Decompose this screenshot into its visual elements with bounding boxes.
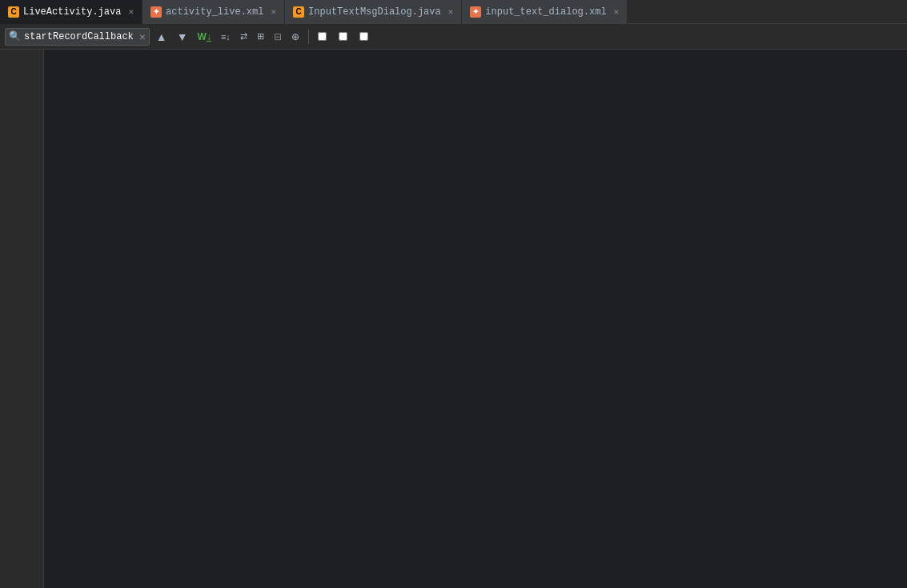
search-separator-1 (308, 30, 309, 44)
search-next-button[interactable]: ▼ (174, 29, 191, 45)
match-case-option[interactable] (315, 30, 332, 42)
regex-checkbox[interactable] (339, 32, 347, 41)
search-extra-1[interactable]: ⊞ (254, 30, 267, 43)
editor-area (0, 50, 907, 588)
tab-close-input_text_dialog[interactable]: ✕ (614, 6, 620, 17)
tab-label-LiveActivity: LiveActivity.java (23, 6, 121, 18)
arrow-overlay (44, 50, 907, 588)
search-extra-2[interactable]: ⊟ (271, 30, 285, 44)
search-find-word-button[interactable]: W↓ (195, 30, 215, 44)
search-input-wrap: 🔍 ✕ (5, 28, 150, 46)
match-case-checkbox[interactable] (318, 32, 327, 41)
regex-option[interactable] (335, 30, 353, 42)
tab-bar: C LiveActivity.java ✕ ✦ activity_live.xm… (0, 0, 907, 24)
search-icon: 🔍 (9, 30, 21, 42)
tab-close-LiveActivity[interactable]: ✕ (128, 6, 134, 17)
search-bar: 🔍 ✕ ▲ ▼ W↓ ≡↓ ⇄ ⊞ ⊟ ⊕ (0, 24, 907, 50)
tab-InputTextMsgDialog[interactable]: C InputTextMsgDialog.java ✕ (285, 0, 462, 24)
tab-close-activity_live[interactable]: ✕ (271, 6, 276, 17)
search-input[interactable] (24, 31, 136, 42)
tab-LiveActivity[interactable]: C LiveActivity.java ✕ (0, 0, 142, 24)
words-option[interactable] (356, 30, 374, 42)
tab-label-activity_live: activity_live.xml (166, 6, 263, 18)
search-clear-button[interactable]: ✕ (139, 30, 146, 43)
tab-label-input_text_dialog: input_text_dialog.xml (485, 6, 606, 18)
line-number-gutter (0, 50, 44, 588)
words-checkbox[interactable] (359, 32, 368, 41)
search-replace-toggle[interactable]: ⇄ (237, 30, 251, 43)
tab-label-InputTextMsgDialog: InputTextMsgDialog.java (308, 6, 441, 18)
tab-activity_live[interactable]: ✦ activity_live.xml ✕ (142, 0, 285, 24)
code-content[interactable] (44, 50, 907, 588)
java-icon-2: C (293, 6, 304, 18)
tab-input_text_dialog[interactable]: ✦ input_text_dialog.xml ✕ (462, 0, 628, 24)
xml-icon-1: ✦ (150, 6, 162, 18)
search-extra-3[interactable]: ⊕ (288, 30, 303, 44)
tab-close-InputTextMsgDialog[interactable]: ✕ (448, 6, 454, 17)
java-icon: C (8, 6, 19, 18)
search-scope-button[interactable]: ≡↓ (218, 30, 234, 43)
search-prev-button[interactable]: ▲ (153, 29, 171, 45)
xml-icon-2: ✦ (470, 6, 481, 18)
